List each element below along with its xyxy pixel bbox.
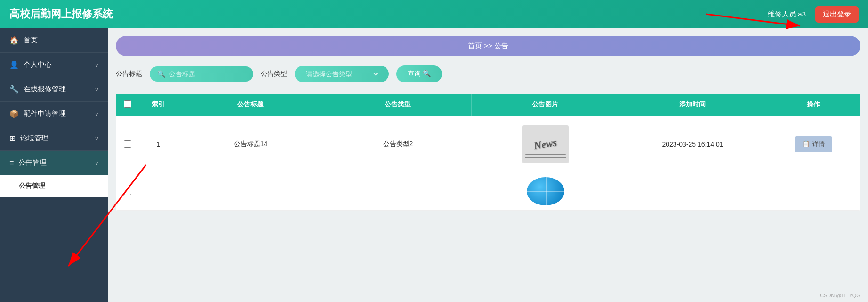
col-image: 公告图片 (472, 94, 619, 116)
row1-time: 2023-03-25 16:14:01 (619, 136, 766, 153)
search-bar: 公告标题 🔍 公告类型 请选择公告类型 公告类型1 公告类型2 查询 🔍 (116, 65, 860, 82)
body-layout: 🏠 首页 👤 个人中心 ∨ 🔧 在线报修管理 ∨ 📦 配件申请管理 ∨ (0, 28, 868, 302)
row2-title (177, 187, 324, 196)
main-content: 首页 >> 公告 公告标题 🔍 公告类型 请选择公告类型 公告类型1 公告类型2… (108, 28, 868, 302)
row2-action-cell (766, 187, 860, 196)
query-button[interactable]: 查询 🔍 (396, 65, 442, 82)
sidebar-item-personal[interactable]: 👤 个人中心 ∨ (0, 53, 108, 77)
col-title: 公告标题 (177, 94, 324, 116)
news-image: News (522, 125, 569, 163)
col-action: 操作 (766, 94, 860, 116)
table-header: 索引 公告标题 公告类型 公告图片 添加时间 操作 (116, 94, 860, 116)
col-index: 索引 (139, 94, 177, 116)
chevron-down-icon-repair: ∨ (95, 86, 99, 93)
chevron-down-icon: ∨ (95, 62, 99, 68)
news-lines (525, 153, 566, 160)
row1-detail-label: 详情 (812, 140, 825, 148)
row2-checkbox-cell (116, 183, 139, 200)
row1-title: 公告标题14 (177, 135, 324, 153)
select-all-checkbox[interactable] (124, 100, 131, 108)
header-user: 维修人员 a3 (768, 10, 806, 19)
table-row-2 (116, 172, 860, 211)
breadcrumb: 首页 >> 公告 (116, 36, 860, 56)
row2-type (324, 187, 472, 196)
row1-detail-button[interactable]: 📋 详情 (795, 136, 832, 152)
sidebar-item-personal-label: 个人中心 (24, 60, 52, 69)
sidebar-item-forum[interactable]: ⊞ 论坛管理 ∨ (0, 126, 108, 151)
row1-type: 公告类型2 (324, 135, 472, 153)
row1-checkbox[interactable] (124, 140, 131, 148)
sidebar-item-repair[interactable]: 🔧 在线报修管理 ∨ (0, 77, 108, 102)
sidebar-item-notice[interactable]: ≡ 公告管理 ∨ (0, 151, 108, 175)
news-text: News (533, 136, 558, 152)
sidebar-item-home[interactable]: 🏠 首页 (0, 28, 108, 53)
app-title: 高校后勤网上报修系统 (9, 7, 113, 21)
chevron-down-icon-forum: ∨ (95, 135, 99, 142)
row2-index (139, 187, 177, 196)
parts-icon: 📦 (9, 109, 19, 118)
row2-image-cell (472, 172, 619, 210)
logout-button[interactable]: 退出登录 (815, 6, 859, 23)
header-right: 维修人员 a3 退出登录 (768, 6, 859, 23)
sidebar-item-parts-label: 配件申请管理 (24, 109, 66, 118)
personal-icon: 👤 (9, 60, 19, 69)
row1-image-cell: News (472, 121, 619, 168)
sidebar-item-forum-label: 论坛管理 (20, 134, 48, 143)
type-select[interactable]: 请选择公告类型 公告类型1 公告类型2 (304, 70, 379, 78)
search-input-wrapper: 🔍 (150, 66, 253, 82)
table-container: 索引 公告标题 公告类型 公告图片 添加时间 操作 1 公告标题14 公告类型2 (116, 94, 860, 211)
row1-index: 1 (139, 136, 177, 153)
header: 高校后勤网上报修系统 维修人员 a3 退出登录 (0, 0, 868, 28)
home-icon: 🏠 (9, 36, 19, 45)
sidebar-subitem-notice-manage-label: 公告管理 (19, 182, 45, 189)
sidebar-subitem-notice-manage[interactable]: 公告管理 (0, 175, 108, 197)
col-type: 公告类型 (324, 94, 472, 116)
type-select-wrapper: 请选择公告类型 公告类型1 公告类型2 (295, 66, 389, 82)
search-type-label: 公告类型 (261, 70, 287, 78)
repair-icon: 🔧 (9, 85, 19, 94)
col-time: 添加时间 (619, 94, 766, 116)
search-title-label: 公告标题 (116, 70, 142, 78)
detail-icon: 📋 (802, 140, 810, 147)
row1-action-cell: 📋 详情 (766, 131, 860, 157)
sidebar-item-notice-label: 公告管理 (18, 158, 47, 167)
row2-time (619, 187, 766, 196)
watermark: CSDN @IT_YQG_ (820, 293, 863, 298)
row1-checkbox-cell (116, 136, 139, 153)
sidebar-item-home-label: 首页 (24, 36, 38, 45)
globe-image (527, 177, 564, 205)
query-button-label: 查询 🔍 (408, 70, 431, 78)
chevron-down-icon-parts: ∨ (95, 111, 99, 117)
notice-icon: ≡ (9, 159, 14, 167)
table-row: 1 公告标题14 公告类型2 News 2023-03-25 1 (116, 116, 860, 172)
forum-icon: ⊞ (9, 134, 16, 143)
sidebar-item-repair-label: 在线报修管理 (24, 85, 66, 94)
search-title-input[interactable] (169, 70, 244, 78)
chevron-down-icon-notice: ∨ (95, 160, 99, 166)
col-checkbox (116, 94, 139, 116)
search-icon: 🔍 (157, 70, 165, 78)
sidebar: 🏠 首页 👤 个人中心 ∨ 🔧 在线报修管理 ∨ 📦 配件申请管理 ∨ (0, 28, 108, 302)
sidebar-item-parts[interactable]: 📦 配件申请管理 ∨ (0, 102, 108, 126)
row2-checkbox[interactable] (124, 188, 131, 195)
